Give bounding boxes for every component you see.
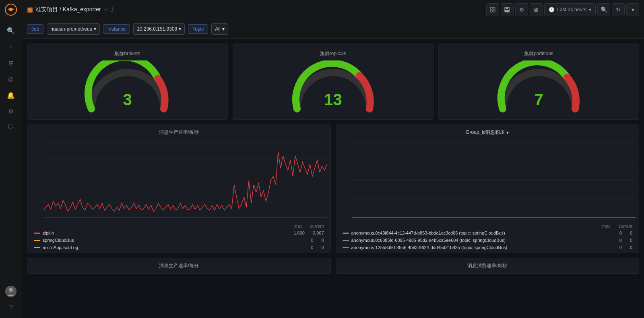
- legend-item-anon1[interactable]: anonymous.0c43f844-4c12-447d-b863-bbda1a…: [339, 229, 636, 237]
- topbar: ▦ 准安项目 / Kafka_exporter ☆ ⤴: [22, 0, 644, 19]
- group-backlog-chart-title-row: Group_id消息积压 ▾: [336, 125, 639, 140]
- chevron-down-icon: ▾: [589, 7, 591, 12]
- sidebar-item-shield[interactable]: 🛡: [4, 120, 18, 135]
- anon2-line-color: [343, 240, 349, 241]
- legend-item-springcloudbus[interactable]: springCloudBus 0 0: [31, 237, 327, 244]
- refresh-button[interactable]: ↻: [612, 3, 625, 16]
- microappjsonlog-max: 0: [311, 245, 313, 250]
- gauge-row: 集群brokers 3 集群replicas: [27, 44, 639, 120]
- svg-rect-10: [505, 10, 509, 12]
- sidebar-item-help[interactable]: ?: [4, 300, 18, 315]
- sidebar-item-alerts[interactable]: 🔔: [4, 88, 18, 102]
- svg-rect-4: [490, 7, 492, 9]
- bottom-chart-row: 消息生产速率/每分 消息消费速率/每秒: [27, 258, 639, 274]
- share-icon[interactable]: ⤴: [111, 6, 114, 13]
- page-title-area: ▦ 准安项目 / Kafka_exporter ☆ ⤴: [27, 6, 483, 13]
- zipkin-max: 1.800: [293, 231, 305, 235]
- zipkin-label: zipkin: [43, 231, 54, 235]
- sidebar-item-explore[interactable]: ◎: [4, 72, 18, 86]
- anon1-label: anonymous.0c43f844-4c12-447d-b863-bbda1a…: [351, 231, 505, 235]
- anon3-current: 0: [630, 245, 632, 250]
- legend-header: max current: [31, 223, 327, 229]
- instance-label[interactable]: Instance: [103, 24, 130, 34]
- main-content: ▦ 准安项目 / Kafka_exporter ☆ ⤴: [22, 0, 644, 318]
- production-rate-chart-panel: 消息生产速率/每秒 2.0 1.5 1.0 0.5: [27, 125, 331, 253]
- save-button[interactable]: [501, 3, 514, 16]
- sidebar-item-settings[interactable]: ⚙: [4, 104, 18, 118]
- replicas-gauge-panel: 集群replicas 13: [233, 44, 433, 120]
- production-rate-chart-title: 消息生产速率/每秒: [27, 125, 330, 140]
- consumption-rate-title: 消息消费速率/每秒: [336, 258, 639, 274]
- sidebar-item-search[interactable]: 🔍: [4, 23, 18, 38]
- chart1-legend: max current zipkin 1.800 0.067: [27, 221, 330, 253]
- max2-header: max: [602, 224, 611, 229]
- chevron-down-icon: ▾: [179, 26, 181, 32]
- group-backlog-chart-panel: Group_id消息积压 ▾ 1.00 0.75 0.50: [336, 125, 640, 253]
- app-logo[interactable]: [4, 3, 17, 16]
- svg-point-1: [9, 8, 12, 11]
- page-title: 准安项目 / Kafka_exporter: [35, 6, 101, 13]
- partitions-gauge-title: 集群partitions: [524, 50, 553, 57]
- current-header: current: [310, 224, 324, 229]
- svg-rect-5: [493, 7, 495, 9]
- topic-label[interactable]: Topic: [188, 24, 208, 34]
- topbar-actions: ⚙ 🖥 🕐 Last 24 hours ▾ 🔍 ↻ ▾: [486, 3, 639, 16]
- production-per-minute-panel: 消息生产速率/每分: [27, 258, 331, 274]
- partitions-gauge-value: 7: [495, 91, 583, 109]
- time-range-label: Last 24 hours: [557, 7, 586, 12]
- zipkin-line-color: [34, 233, 40, 234]
- topic-select[interactable]: All ▾: [211, 23, 228, 35]
- job-select[interactable]: huaian-prometheus ▾: [47, 23, 99, 35]
- chart2-legend: max current anonymous.0c43f844-4c12-447d…: [336, 221, 639, 253]
- max-header: max: [293, 224, 302, 229]
- legend2-header: max current: [339, 223, 636, 229]
- svg-rect-9: [506, 7, 508, 9]
- dashboard-content: 集群brokers 3 集群replicas: [22, 39, 644, 318]
- filterbar: Job huaian-prometheus ▾ Instance 10.236.…: [22, 19, 644, 39]
- springcloudbus-line-color: [34, 240, 40, 241]
- anon2-current: 0: [630, 238, 632, 243]
- svg-point-3: [9, 288, 13, 292]
- brokers-gauge-title: 集群brokers: [114, 50, 140, 57]
- legend-item-microappjsonlog[interactable]: microAppJsonLog 0 0: [31, 244, 327, 251]
- anon2-label: anonymous.0c6385fd-6095-4985-95d2-a4b5ca…: [351, 238, 506, 243]
- svg-rect-6: [490, 10, 492, 12]
- chevron-down-icon: ▾: [222, 26, 225, 32]
- brokers-gauge-panel: 集群brokers 3: [27, 44, 228, 120]
- replicas-gauge-value: 13: [289, 91, 378, 109]
- job-label[interactable]: Job: [27, 24, 43, 34]
- group-backlog-chart-title: Group_id消息积压: [466, 129, 505, 136]
- zoom-out-button[interactable]: 🔍: [597, 3, 610, 16]
- star-icon[interactable]: ☆: [103, 6, 109, 13]
- springcloudbus-label: springCloudBus: [43, 238, 74, 243]
- sidebar: 🔍 ＋ ⊞ ◎ 🔔 ⚙ 🛡 ?: [0, 0, 22, 318]
- anon3-line-color: [343, 247, 349, 248]
- add-panel-button[interactable]: [486, 3, 499, 16]
- anon3-max: 0: [619, 245, 622, 250]
- replicas-gauge-title: 集群replicas: [320, 50, 346, 57]
- zipkin-current: 0.067: [313, 231, 324, 235]
- avatar[interactable]: [5, 286, 17, 297]
- legend-item-zipkin[interactable]: zipkin 1.800 0.067: [31, 229, 327, 237]
- legend-item-anon2[interactable]: anonymous.0c6385fd-6095-4985-95d2-a4b5ca…: [339, 237, 636, 244]
- partitions-gauge: 7: [495, 60, 583, 113]
- refresh-dropdown-button[interactable]: ▾: [626, 3, 639, 16]
- chart-row: 消息生产速率/每秒 2.0 1.5 1.0 0.5: [27, 125, 639, 253]
- instance-select[interactable]: 10.236.0.151:9308 ▾: [133, 23, 185, 35]
- settings-button[interactable]: ⚙: [515, 3, 528, 16]
- sidebar-item-dashboards[interactable]: ⊞: [4, 56, 18, 70]
- springcloudbus-current: 0: [321, 238, 324, 243]
- legend-item-anon3[interactable]: anonymous.12558d90-8556-4b93-9624-ddd45d…: [339, 244, 636, 251]
- sidebar-item-add[interactable]: ＋: [4, 39, 18, 54]
- chevron-down-icon: ▾: [94, 26, 96, 32]
- microappjsonlog-label: microAppJsonLog: [43, 245, 78, 250]
- tv-mode-button[interactable]: 🖥: [530, 3, 543, 16]
- springcloudbus-max: 0: [311, 238, 313, 243]
- anon3-label: anonymous.12558d90-8556-4b93-9624-ddd45d…: [351, 245, 508, 250]
- partitions-gauge-panel: 集群partitions 7: [438, 44, 639, 120]
- anon1-current: 0: [630, 231, 632, 235]
- title-dropdown-icon[interactable]: ▾: [506, 130, 509, 135]
- brokers-gauge-value: 3: [83, 91, 172, 109]
- microappjsonlog-line-color: [34, 247, 40, 248]
- time-range-picker[interactable]: 🕐 Last 24 hours ▾: [544, 3, 596, 16]
